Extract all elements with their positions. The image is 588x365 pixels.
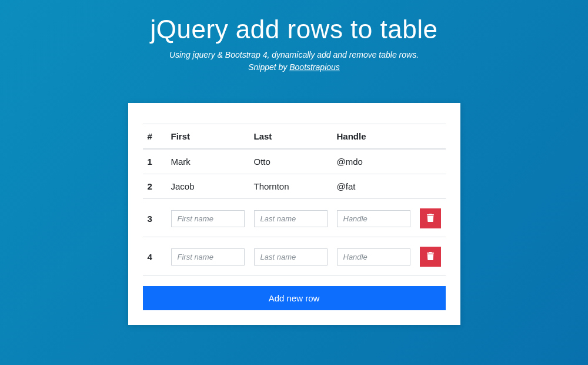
cell-last: Otto — [249, 149, 332, 174]
cell-last: Thornton — [249, 174, 332, 199]
table-row: 2 Jacob Thornton @fat — [143, 174, 446, 199]
cell-first: Mark — [166, 149, 249, 174]
table-input-row: 4 — [143, 237, 446, 276]
delete-row-button[interactable] — [420, 208, 441, 228]
col-index: # — [143, 124, 166, 150]
cell-index: 3 — [143, 199, 166, 237]
handle-input[interactable] — [337, 248, 410, 266]
cell-handle: @mdo — [332, 149, 415, 174]
handle-input[interactable] — [337, 210, 410, 227]
add-row-button[interactable]: Add new row — [143, 286, 446, 310]
subtitle-prefix: Snippet by — [248, 62, 289, 72]
last-name-input[interactable] — [254, 210, 328, 227]
first-name-input[interactable] — [171, 248, 245, 266]
delete-row-button[interactable] — [420, 247, 441, 267]
first-name-input[interactable] — [171, 210, 245, 227]
cell-index: 4 — [143, 237, 166, 276]
col-last: Last — [249, 124, 332, 150]
page-title: jQuery add rows to table — [0, 15, 588, 44]
col-first: First — [166, 124, 249, 150]
trash-icon — [426, 214, 435, 224]
cell-handle: @fat — [332, 174, 415, 199]
cell-first: Jacob — [166, 174, 249, 199]
subtitle-text: Using jquery & Bootstrap 4, dynamically … — [169, 50, 419, 59]
page-subtitle: Using jquery & Bootstrap 4, dynamically … — [0, 49, 588, 74]
credit-link[interactable]: Bootstrapious — [289, 62, 340, 72]
table-card: # First Last Handle 1 Mark Otto @mdo 2 J… — [128, 103, 460, 325]
data-table: # First Last Handle 1 Mark Otto @mdo 2 J… — [143, 124, 446, 276]
table-input-row: 3 — [143, 199, 446, 237]
cell-index: 2 — [143, 174, 166, 199]
col-handle: Handle — [332, 124, 415, 150]
table-row: 1 Mark Otto @mdo — [143, 149, 446, 174]
trash-icon — [426, 252, 435, 262]
col-actions — [415, 124, 446, 150]
table-header-row: # First Last Handle — [143, 124, 446, 150]
cell-index: 1 — [143, 149, 166, 174]
last-name-input[interactable] — [254, 248, 328, 266]
